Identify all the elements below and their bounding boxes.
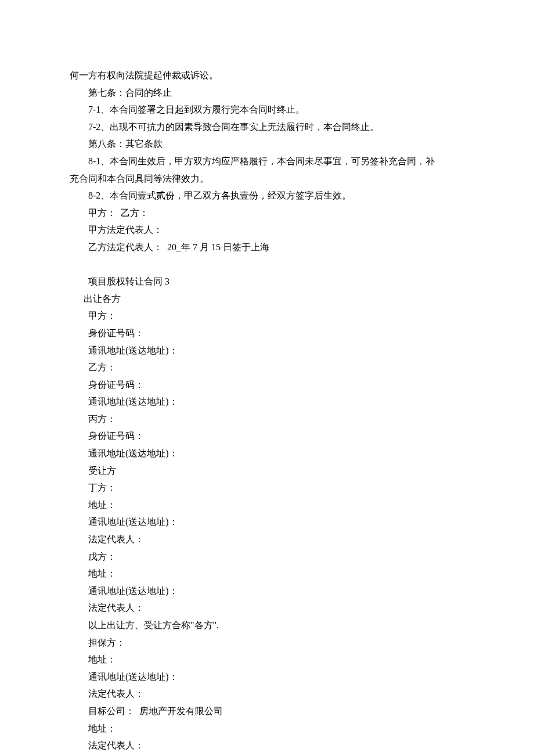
text-line: 乙方： [70,359,464,376]
document-page: 何一方有权向法院提起仲裁或诉讼。第七条：合同的终止7-1、本合同签署之日起到双方… [0,0,534,756]
text-line [70,256,464,273]
text-line: 目标公司： 房地产开发有限公司 [70,703,464,720]
text-line: 出让各方 [70,290,464,308]
text-line: 7-2、出现不可抗力的因素导致合同在事实上无法履行时，本合同终止。 [70,118,464,136]
text-line: 法定代表人： [70,685,464,703]
text-line: 项目股权转让合同 3 [70,273,464,290]
text-line: 身份证号码： [70,376,464,394]
text-line: 通讯地址(送达地址)： [70,393,464,411]
text-line: 戊方： [70,548,464,566]
text-line: 通讯地址(送达地址)： [70,668,464,686]
text-line: 地址： [70,720,464,737]
text-line: 7-1、本合同签署之日起到双方履行完本合同时终止。 [70,101,464,118]
text-line: 地址： [70,496,464,514]
text-line: 法定代表人： [70,531,464,548]
text-line: 法定代表人： [70,599,464,617]
text-line: 地址： [70,651,464,668]
text-line: 甲方： 乙方： [70,204,464,222]
text-line: 地址： [70,565,464,582]
text-line: 丙方： [70,411,464,428]
text-line: 第七条：合同的终止 [70,84,464,102]
text-line: 乙方法定代表人： 20_年 7 月 15 日签于上海 [70,239,464,256]
text-line: 受让方 [70,462,464,480]
text-line: 甲方： [70,307,464,325]
text-line: 丁方： [70,479,464,496]
text-line: 通讯地址(送达地址)： [70,445,464,462]
text-line: 充合同和本合同具同等法律效力。 [70,170,464,188]
text-line: 通讯地址(送达地址)： [70,582,464,600]
text-line: 担保方： [70,634,464,651]
text-line: 身份证号码： [70,325,464,342]
text-line: 法定代表人： [70,737,464,754]
text-line: 第八条：其它条款 [70,135,464,153]
text-line: 甲方法定代表人： [70,221,464,239]
text-line: 8-1、本合同生效后，甲方双方均应严格履行，本合同未尽事宜，可另签补充合同，补 [70,153,464,170]
text-line: 以上出让方、受让方合称"各方". [70,617,464,634]
document-body: 何一方有权向法院提起仲裁或诉讼。第七条：合同的终止7-1、本合同签署之日起到双方… [70,67,464,756]
text-line: 8-2、本合同壹式贰份，甲乙双方各执壹份，经双方签字后生效。 [70,187,464,204]
text-line: 何一方有权向法院提起仲裁或诉讼。 [70,67,464,84]
text-line: 通讯地址(送达地址)： [70,342,464,359]
text-line: 身份证号码： [70,427,464,445]
text-line: 通讯地址(送达地址)： [70,513,464,531]
